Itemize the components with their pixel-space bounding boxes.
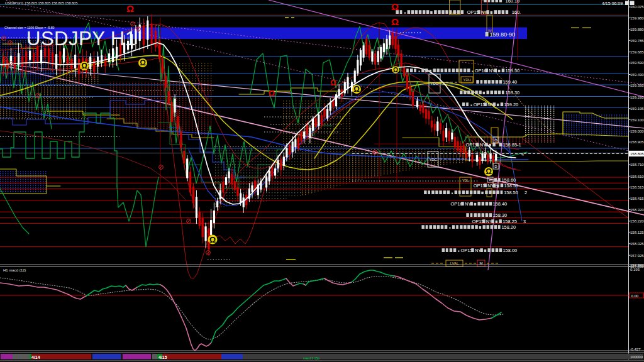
svg-text:158.025: 158.025 bbox=[630, 242, 644, 246]
svg-text:macd 2 15p: macd 2 15p bbox=[303, 356, 319, 360]
svg-text:OP15: OP15 bbox=[465, 142, 477, 148]
svg-text:Ω: Ω bbox=[391, 16, 399, 27]
svg-text:158.00: 158.00 bbox=[503, 248, 518, 253]
svg-text:0.00: 0.00 bbox=[631, 294, 639, 298]
svg-text:158.415: 158.415 bbox=[630, 197, 644, 200]
svg-text:159.80-90: 159.80-90 bbox=[490, 31, 516, 38]
svg-text:Ω: Ω bbox=[209, 235, 216, 244]
svg-text:159.195: 159.195 bbox=[630, 107, 644, 111]
svg-text:Ω: Ω bbox=[393, 67, 398, 74]
svg-text:OP15: OP15 bbox=[472, 219, 484, 224]
svg-text:159.20: 159.20 bbox=[504, 102, 519, 107]
svg-text:OP15: OP15 bbox=[461, 248, 473, 253]
svg-text:100000: 100000 bbox=[630, 355, 643, 359]
svg-text:USDJPY,H1 158.805 158.805 158: USDJPY,H1 158.805 158.805 158.805 158.80… bbox=[5, 1, 77, 5]
svg-text:159.395: 159.395 bbox=[630, 84, 644, 87]
svg-text:159.590: 159.590 bbox=[630, 61, 644, 65]
svg-text:YDH: YDH bbox=[463, 78, 471, 82]
svg-text:159.50: 159.50 bbox=[506, 68, 520, 74]
svg-text:USDJPY H1: USDJPY H1 bbox=[26, 28, 136, 50]
svg-text:157.925: 157.925 bbox=[630, 254, 644, 258]
svg-text:158.515: 158.515 bbox=[630, 185, 644, 189]
svg-text:158.320: 158.320 bbox=[630, 208, 644, 212]
svg-text:4/14: 4/14 bbox=[31, 355, 40, 359]
svg-text:Ω: Ω bbox=[391, 1, 399, 12]
svg-text:160.10: 160.10 bbox=[506, 0, 520, 4]
svg-text:H1 macd (12): H1 macd (12) bbox=[3, 268, 26, 272]
svg-text:Ω: Ω bbox=[126, 3, 134, 14]
svg-text:159.100: 159.100 bbox=[630, 118, 644, 122]
svg-text:158.60: 158.60 bbox=[502, 177, 516, 183]
svg-text:D: D bbox=[494, 165, 497, 168]
svg-text:157.830: 157.830 bbox=[630, 263, 644, 267]
svg-text:158.905: 158.905 bbox=[630, 140, 644, 144]
svg-text:Ω: Ω bbox=[140, 58, 146, 67]
svg-text:OP15: OP15 bbox=[467, 9, 479, 15]
svg-text:W: W bbox=[489, 178, 492, 182]
svg-text:158.805: 158.805 bbox=[630, 152, 644, 156]
svg-text:159.785: 159.785 bbox=[630, 39, 644, 43]
svg-text:158.610: 158.610 bbox=[630, 175, 644, 178]
svg-text:3: 3 bbox=[523, 219, 526, 224]
svg-text:Ω: Ω bbox=[330, 79, 336, 87]
svg-text:159.000: 159.000 bbox=[630, 129, 644, 133]
svg-text:158.50: 158.50 bbox=[504, 190, 518, 195]
svg-text:D: D bbox=[494, 138, 497, 142]
svg-text:Ω: Ω bbox=[269, 89, 275, 98]
svg-text:160.075: 160.075 bbox=[630, 5, 644, 9]
svg-text:OP15: OP15 bbox=[474, 183, 486, 189]
svg-text:4/15 06:09: 4/15 06:09 bbox=[602, 1, 623, 6]
svg-text:0.195: 0.195 bbox=[630, 268, 640, 272]
svg-text:159.880: 159.880 bbox=[630, 28, 644, 31]
svg-text:159.295: 159.295 bbox=[630, 96, 644, 99]
svg-text:YDO: YDO bbox=[430, 82, 438, 85]
svg-text:158.25: 158.25 bbox=[502, 219, 517, 224]
svg-text:160.: 160. bbox=[512, 9, 521, 15]
svg-text:4: 4 bbox=[521, 152, 524, 156]
svg-text:4/15: 4/15 bbox=[158, 355, 167, 359]
svg-text:Ω: Ω bbox=[81, 62, 87, 70]
svg-text:OP15: OP15 bbox=[474, 102, 486, 107]
svg-text:159.490: 159.490 bbox=[630, 73, 644, 77]
svg-text:158.85-1: 158.85-1 bbox=[502, 142, 521, 148]
svg-text:YDL: YDL bbox=[462, 178, 469, 182]
svg-text:159.685: 159.685 bbox=[630, 50, 644, 54]
svg-text:Ω: Ω bbox=[486, 167, 492, 176]
svg-text:OP16: OP16 bbox=[451, 201, 463, 207]
svg-text:OP16: OP16 bbox=[475, 68, 487, 74]
svg-text:Ω: Ω bbox=[353, 85, 360, 94]
svg-text:159.40: 159.40 bbox=[503, 79, 518, 85]
svg-text:2: 2 bbox=[525, 190, 527, 195]
svg-text:158.710: 158.710 bbox=[630, 163, 644, 167]
svg-text:158.20: 158.20 bbox=[502, 224, 516, 230]
svg-text:158.125: 158.125 bbox=[630, 231, 644, 234]
svg-text:YDC: YDC bbox=[429, 158, 437, 162]
svg-text:158.40: 158.40 bbox=[493, 201, 508, 207]
svg-text:158.55: 158.55 bbox=[504, 183, 519, 189]
svg-text:158.30: 158.30 bbox=[493, 212, 508, 218]
svg-text:158.220: 158.220 bbox=[630, 219, 644, 223]
svg-text:159.980: 159.980 bbox=[630, 16, 644, 20]
svg-text:159.30: 159.30 bbox=[506, 90, 520, 96]
